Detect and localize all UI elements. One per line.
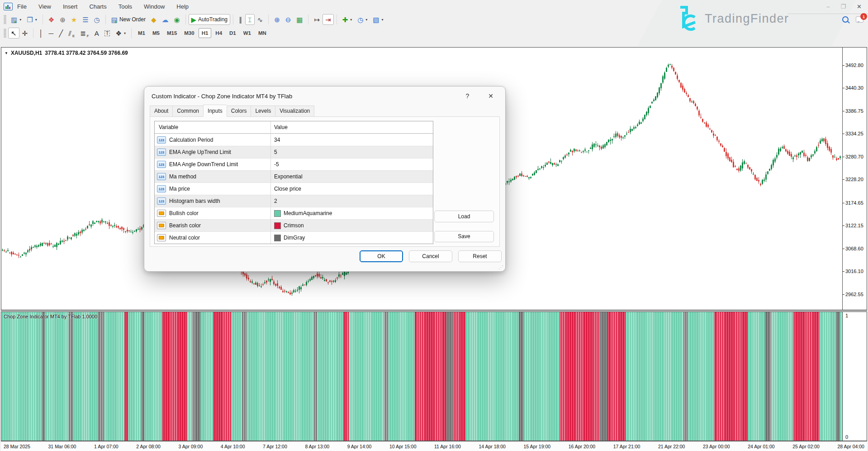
cursor-tool-button[interactable]: ↖ — [8, 28, 19, 38]
indicator-area[interactable]: Chop Zone Indicator MT4 by TFlab 1.0000 — [1, 312, 843, 441]
timeframe-w1[interactable]: W1 — [240, 28, 254, 38]
timeframe-mn[interactable]: MN — [255, 28, 270, 38]
timeframe-h4[interactable]: H4 — [212, 28, 225, 38]
menu-insert[interactable]: Insert — [63, 3, 78, 10]
crosshair-tool-button[interactable]: ✛ — [19, 28, 31, 38]
trendline-tool-button[interactable]: ╱ — [56, 28, 66, 38]
arrows-tool-button[interactable]: ❖▾ — [113, 28, 128, 38]
menu-help[interactable]: Help — [176, 3, 189, 10]
timeframe-m1[interactable]: M1 — [135, 28, 148, 38]
input-row-calculation-period[interactable]: 123Calculation Period34 — [155, 134, 433, 146]
new-chart-button[interactable]: ▥+▾ — [8, 14, 24, 25]
deposit-button[interactable]: ◆ — [148, 14, 159, 25]
value-cell[interactable]: Exponential — [271, 171, 433, 182]
value-cell[interactable]: -5 — [271, 158, 433, 170]
vertical-line-tool-button[interactable]: │ — [36, 28, 46, 38]
tab-common[interactable]: Common — [172, 106, 203, 117]
tile-windows-button[interactable]: ▦ — [294, 14, 305, 25]
resize-grip[interactable]: ⋰ — [498, 264, 503, 270]
indicators-list-button[interactable]: ✚▾ — [340, 14, 355, 25]
load-button[interactable]: Load — [434, 211, 494, 222]
close-button[interactable]: ✕ — [857, 3, 862, 10]
fibonacci-tool-button[interactable]: ≣F — [77, 28, 91, 38]
timeframe-m5[interactable]: M5 — [149, 28, 163, 38]
timeframe-m15[interactable]: M15 — [164, 28, 180, 38]
tab-about[interactable]: About — [150, 106, 172, 117]
input-row-ma-price[interactable]: 123Ma priceClose price — [155, 182, 433, 195]
strategy-tester-button[interactable]: ◷ — [91, 14, 103, 25]
time-axis[interactable]: 28 Mar 202531 Mar 06:001 Apr 07:002 Apr … — [1, 441, 867, 451]
reset-button[interactable]: Reset — [458, 250, 502, 262]
auto-scroll-button[interactable]: ↦ — [311, 14, 323, 25]
tab-levels[interactable]: Levels — [251, 106, 275, 117]
tab-colors[interactable]: Colors — [227, 106, 251, 117]
new-order-button[interactable]: ▤+New Order — [109, 14, 148, 25]
toolbar-grip[interactable] — [4, 15, 6, 24]
dialog-title-bar[interactable]: Custom Indicator - Chop Zone Indicator M… — [144, 86, 505, 106]
cancel-button[interactable]: Cancel — [409, 250, 452, 262]
input-row-bullish-color[interactable]: Bullish colorMediumAquamarine — [155, 207, 433, 219]
dialog-help-button[interactable]: ? — [463, 92, 472, 100]
input-row-histogram-bars-width[interactable]: 123Histogram bars width2 — [155, 195, 433, 207]
text-label-tool-button[interactable]: T — [102, 28, 113, 38]
equidistant-channel-tool-button[interactable]: ⫽E — [66, 28, 77, 38]
menu-tools[interactable]: Tools — [119, 3, 132, 10]
line-chart-mode-button[interactable]: ∿ — [255, 14, 266, 25]
search-icon[interactable] — [842, 16, 849, 23]
profiles-button[interactable]: ❐▾ — [24, 14, 39, 25]
timeframe-h1[interactable]: H1 — [199, 28, 212, 38]
zoom-out-button[interactable]: ⊖ — [283, 14, 294, 25]
price-tick-label: 3228.20 — [845, 177, 863, 182]
symbols-button[interactable]: ❖ — [46, 14, 57, 25]
ok-button[interactable]: OK — [360, 250, 403, 262]
templates-menu-button[interactable]: ▧▾ — [370, 14, 386, 25]
mql5-community-button[interactable]: ☁ — [159, 14, 171, 25]
fibonacci-tool-letter: F — [87, 34, 89, 38]
menu-file[interactable]: File — [17, 3, 27, 10]
symbol-info[interactable]: ▼ XAUUSD,H1 3778.41 3778.42 3764.59 3766… — [5, 50, 128, 56]
value-cell[interactable]: 5 — [271, 146, 433, 158]
indicator-window: Chop Zone Indicator MT4 by TFlab 1.0000 … — [1, 312, 867, 441]
tab-inputs[interactable]: Inputs — [203, 105, 227, 117]
periods-menu-button[interactable]: ◷▾ — [355, 14, 370, 25]
price-axis[interactable]: 3492.803440.303386.753334.253280.703228.… — [843, 47, 867, 310]
news-button[interactable]: ◉ — [171, 14, 182, 25]
restore-button[interactable]: ❐ — [840, 3, 846, 10]
timeframe-m30[interactable]: M30 — [181, 28, 197, 38]
variable-cell: Bearish color — [155, 220, 271, 231]
text-tool-button[interactable]: A — [92, 28, 102, 38]
input-row-ema-angle-uptrend-limit[interactable]: 123EMA Angle UpTrend Limit5 — [155, 146, 433, 158]
toolbar-grip[interactable] — [4, 29, 6, 38]
value-cell[interactable]: DimGray — [271, 232, 433, 244]
autotrading-button[interactable]: ▶AutoTrading — [189, 14, 230, 25]
chart-shift-button[interactable]: ⇥ — [323, 14, 334, 25]
menu-charts[interactable]: Charts — [89, 3, 106, 10]
crosshair-mode-button[interactable]: ⊕ — [57, 14, 68, 25]
favorites-button[interactable]: ★ — [68, 14, 80, 25]
variable-name: Histogram bars width — [169, 198, 220, 204]
value-cell[interactable]: Crimson — [271, 220, 433, 231]
value-cell[interactable]: Close price — [271, 183, 433, 195]
horizontal-line-tool-button[interactable]: ─ — [46, 28, 57, 38]
dialog-close-button[interactable]: ✕ — [485, 92, 496, 100]
timeframe-d1[interactable]: D1 — [226, 28, 239, 38]
value-cell[interactable]: MediumAquamarine — [271, 207, 433, 219]
tab-visualization[interactable]: Visualization — [275, 106, 314, 117]
menu-window[interactable]: Window — [144, 3, 165, 10]
input-row-ma-method[interactable]: 123Ma methodExponential — [155, 170, 433, 182]
value-cell[interactable]: 34 — [271, 134, 433, 146]
minimize-button[interactable]: – — [826, 3, 830, 10]
menu-view[interactable]: View — [38, 3, 51, 10]
candlestick-mode-button[interactable]: ⌶ — [245, 14, 255, 25]
input-row-neutral-color[interactable]: Neutral colorDimGray — [155, 231, 433, 244]
input-row-bearish-color[interactable]: Bearish colorCrimson — [155, 219, 433, 231]
value-cell[interactable]: 2 — [271, 195, 433, 207]
save-button[interactable]: Save — [434, 231, 494, 243]
indicator-axis[interactable]: 1 0 — [843, 312, 867, 441]
chat-icon[interactable]: 1 — [856, 16, 863, 23]
input-row-ema-angle-downtrend-limit[interactable]: 123EMA Angle DownTrend Limit-5 — [155, 158, 433, 170]
market-watch-button[interactable]: ☰ — [80, 14, 91, 25]
symbol-dropdown-icon[interactable]: ▼ — [5, 51, 8, 55]
bar-chart-mode-button[interactable]: ∥ — [236, 14, 245, 25]
zoom-in-button[interactable]: ⊕ — [271, 14, 283, 25]
